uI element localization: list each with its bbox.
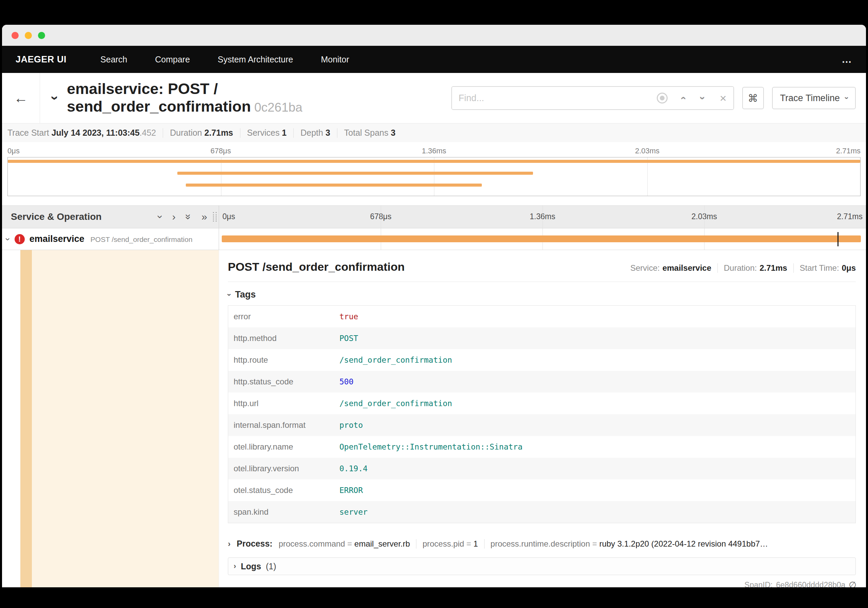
meta-value: 2.71ms: [205, 128, 233, 137]
trace-operation: send_order_confirmation: [67, 98, 251, 115]
minimap-canvas[interactable]: [8, 157, 860, 196]
tag-value: POST: [334, 327, 856, 349]
separator: [337, 128, 337, 138]
process-key: process.command: [279, 539, 345, 548]
span-row-timeline[interactable]: [219, 229, 866, 250]
back-button[interactable]: ←: [2, 73, 40, 123]
trace-title-line1: emailservice: POST /: [67, 80, 302, 98]
collapse-all-icon[interactable]: »: [183, 214, 194, 220]
copy-link-icon[interactable]: ∅: [849, 580, 857, 587]
timeline-collapse-controls: › › » »: [159, 212, 207, 222]
tag-row[interactable]: span.kindserver: [228, 501, 856, 523]
find-input[interactable]: [452, 87, 652, 109]
tag-row[interactable]: otel.status_codeERROR: [228, 479, 856, 501]
span-color-column: [2, 250, 219, 587]
nav-overflow-button[interactable]: …: [842, 54, 852, 65]
tag-row[interactable]: http.url/send_order_confirmation: [228, 393, 856, 414]
tag-key: otel.library.version: [228, 458, 334, 479]
close-window-button[interactable]: [11, 32, 19, 39]
trace-minimap: 0μs678μs1.36ms2.03ms2.71ms: [2, 142, 866, 201]
gridline: [647, 157, 648, 196]
trace-view-label: Trace Timeline: [780, 93, 840, 104]
chevron-right-icon: ›: [228, 540, 231, 548]
tag-key: internal.span.format: [228, 414, 334, 436]
tag-key: span.kind: [228, 501, 334, 523]
tag-row[interactable]: otel.library.version0.19.4: [228, 458, 856, 479]
logs-accordion-header[interactable]: › Logs (1): [228, 557, 856, 575]
meta-suffix: .452: [140, 128, 156, 137]
tag-value: server: [334, 501, 856, 523]
nav-item-compare[interactable]: Compare: [155, 54, 190, 64]
locate-span-button[interactable]: [652, 87, 673, 109]
meta-label: Duration:: [724, 263, 757, 272]
prev-result-button[interactable]: ›: [673, 87, 693, 109]
tag-value: /send_order_confirmation: [334, 349, 856, 371]
tag-value: true: [334, 306, 856, 328]
meta-value: 0μs: [842, 263, 856, 272]
process-value: 1: [473, 539, 478, 548]
nav-item-search[interactable]: Search: [100, 54, 127, 64]
close-icon: ×: [720, 92, 727, 104]
tick-label: 0μs: [8, 146, 20, 155]
span-row-label[interactable]: › ! emailservice POST /send_order_confir…: [2, 229, 219, 250]
tag-value: proto: [334, 414, 856, 436]
detail-left-gap: [2, 250, 20, 587]
separator: [163, 128, 163, 138]
logs-heading: Logs: [241, 561, 261, 571]
collapse-one-icon[interactable]: ›: [155, 215, 166, 219]
tag-row[interactable]: internal.span.formatproto: [228, 414, 856, 436]
span-meta-item: Start Time:0μs: [800, 263, 856, 273]
expand-one-icon[interactable]: ›: [172, 212, 176, 222]
span-color-fill: [32, 250, 219, 587]
jaeger-logo[interactable]: JAEGER UI: [16, 54, 67, 65]
nav-item-monitor[interactable]: Monitor: [321, 54, 349, 64]
process-value: ruby 3.1.2p20 (2022-04-12 revision 4491b…: [599, 539, 768, 548]
span-id-value: 6e8d660dddd28b0a: [776, 580, 846, 587]
gridline: [381, 205, 381, 228]
minimap-span-bar: [186, 183, 482, 187]
trace-view-selector[interactable]: Trace Timeline ›: [772, 87, 856, 109]
process-key: process.runtime.description: [491, 539, 590, 548]
process-accordion-header[interactable]: › Process: process.command = email_serve…: [228, 539, 856, 549]
separator: [240, 128, 240, 138]
tag-key: http.status_code: [228, 371, 334, 393]
tag-row[interactable]: http.methodPOST: [228, 327, 856, 349]
chevron-right-icon: ›: [234, 563, 236, 570]
keyboard-shortcuts-button[interactable]: ⌘: [742, 87, 764, 109]
top-nav: JAEGER UI SearchCompareSystem Architectu…: [2, 46, 866, 73]
gridline: [542, 205, 543, 228]
tag-row[interactable]: otel.library.nameOpenTelemetry::Instrume…: [228, 436, 856, 458]
collapse-trace-header-button[interactable]: ›: [53, 91, 57, 105]
meta-label: Duration: [170, 128, 204, 137]
nav-item-system-architecture[interactable]: System Architecture: [218, 54, 293, 64]
tags-table-body: errortruehttp.methodPOSThttp.route/send_…: [228, 306, 856, 523]
chevron-down-icon: ›: [843, 97, 850, 99]
chevron-down-icon: ›: [4, 238, 12, 241]
chevron-up-icon: ›: [677, 96, 688, 100]
tags-accordion-header[interactable]: › Tags: [228, 289, 856, 300]
chevron-down-icon: ›: [225, 294, 233, 296]
span-id-label: SpanID:: [745, 580, 773, 587]
next-result-button[interactable]: ›: [693, 87, 713, 109]
separator: [718, 263, 718, 273]
timeline-ticks: 0μs678μs1.36ms2.03ms2.71ms: [219, 205, 866, 228]
minimize-window-button[interactable]: [25, 32, 32, 39]
process-heading: Process:: [237, 539, 273, 549]
chevron-down-icon: ›: [48, 96, 62, 100]
trace-meta-item: Depth 3: [301, 128, 330, 138]
tag-row[interactable]: http.route/send_order_confirmation: [228, 349, 856, 371]
meta-value: 1: [282, 128, 287, 137]
column-resizer-handle[interactable]: [213, 212, 217, 222]
meta-value: 2.71ms: [760, 263, 787, 272]
zoom-window-button[interactable]: [38, 32, 45, 39]
trace-meta-item: Total Spans 3: [344, 128, 396, 138]
tag-row[interactable]: http.status_code500: [228, 371, 856, 393]
tick-label: 2.03ms: [635, 146, 659, 155]
clear-find-button[interactable]: ×: [713, 87, 733, 109]
tag-row[interactable]: errortrue: [228, 306, 856, 328]
separator: [484, 539, 485, 549]
gridline: [434, 157, 434, 196]
span-service-name: emailservice: [29, 234, 84, 244]
expand-all-icon[interactable]: »: [202, 212, 207, 222]
divider: [228, 281, 856, 282]
